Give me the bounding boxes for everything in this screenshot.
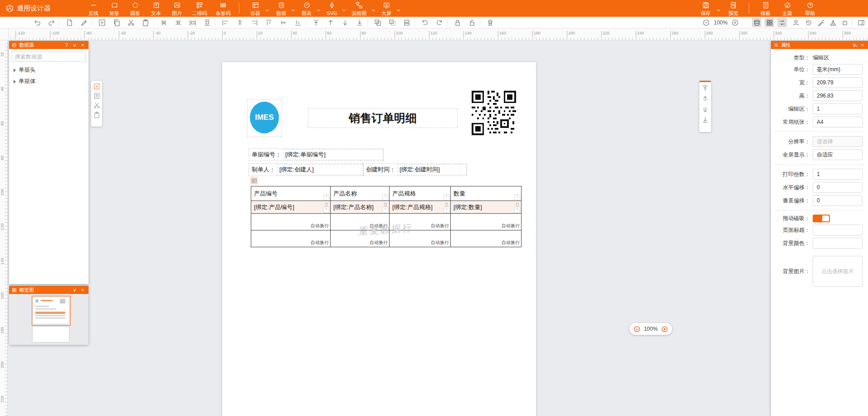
unlock-button[interactable] xyxy=(467,18,477,27)
paste-button[interactable] xyxy=(141,18,150,27)
delete-button[interactable] xyxy=(485,18,495,27)
group-button[interactable] xyxy=(373,18,382,27)
distribute-vertical-button[interactable] xyxy=(159,18,168,27)
container-dropdown-icon[interactable] xyxy=(265,5,269,8)
logo-element[interactable]: IMES xyxy=(247,99,282,137)
cut-icon[interactable] xyxy=(93,102,100,109)
help-button[interactable]: 帮助 xyxy=(805,2,815,16)
overview-collapse-button[interactable]: ∨ xyxy=(72,287,78,293)
empty-cell[interactable]: 自动换行 xyxy=(451,214,521,230)
panel-properties-toggle[interactable] xyxy=(777,18,787,27)
empty-cell[interactable]: 自动换行 xyxy=(251,230,331,247)
resolution-select[interactable]: 请选择 xyxy=(813,136,863,147)
rotate-left-button[interactable] xyxy=(420,18,429,27)
datasource-close-button[interactable]: × xyxy=(80,42,86,48)
preview-button[interactable]: 预览 xyxy=(728,2,738,16)
template-button[interactable]: 模板 xyxy=(761,2,770,16)
paper-select[interactable]: A4 xyxy=(813,117,863,127)
bg-image-picker[interactable]: 点击选择图片 xyxy=(813,256,863,287)
zoom-in-button[interactable] xyxy=(730,18,740,27)
svg-dropdown-icon[interactable] xyxy=(342,5,346,8)
overview-panel-header[interactable]: 概览图 ∨ × xyxy=(9,286,88,294)
page-title-input[interactable] xyxy=(813,225,863,235)
editarea-input[interactable]: 1 xyxy=(813,103,863,114)
save-button[interactable]: 保存 xyxy=(701,2,711,16)
ungroup-button[interactable] xyxy=(387,18,397,27)
chart-dropdown-icon[interactable] xyxy=(317,5,321,8)
add-section-icon[interactable] xyxy=(93,83,100,90)
tool-text[interactable]: 文本 xyxy=(151,2,161,16)
user-button[interactable] xyxy=(791,18,800,27)
space-horizontal-button[interactable] xyxy=(202,18,212,27)
history-button[interactable] xyxy=(804,18,813,27)
ctime-field[interactable]: 创建时间： [绑定:创建时间] xyxy=(363,163,467,176)
panel-overview-toggle[interactable] xyxy=(765,18,774,27)
save-dropdown-icon[interactable] xyxy=(717,5,721,8)
magic-wand-button[interactable] xyxy=(816,18,826,27)
expand-caret-icon[interactable] xyxy=(14,80,16,83)
tool-barcode[interactable]: 条形码 xyxy=(216,2,231,16)
datasource-panel-header[interactable]: 数据源 ? ∨ × xyxy=(9,41,88,49)
distribute-horizontal-button[interactable] xyxy=(173,18,183,27)
drag-snap-toggle[interactable] xyxy=(813,215,830,222)
tool-qrcode[interactable]: 二维码 xyxy=(192,2,207,16)
maker-binding[interactable]: [绑定:创建人] xyxy=(277,164,363,175)
header-cell[interactable]: 数量T xyxy=(451,186,521,201)
tool-container[interactable]: 容器 xyxy=(250,2,260,16)
binding-cell[interactable]: [绑定:数量]T xyxy=(451,201,521,213)
insert-button[interactable] xyxy=(97,18,107,27)
flowchart-dropdown-icon[interactable] xyxy=(371,5,375,8)
bg-color-input[interactable] xyxy=(813,238,863,249)
align-right-button[interactable] xyxy=(249,18,259,27)
layer-order-button[interactable] xyxy=(402,18,411,27)
tree-item-doc-header[interactable]: 单据头 xyxy=(9,64,88,76)
align-bottom-button[interactable] xyxy=(293,18,302,27)
tree-item-doc-body[interactable]: 单据体 xyxy=(9,76,88,87)
move-up-button[interactable] xyxy=(326,18,335,27)
tool-data[interactable]: 数据 xyxy=(276,2,286,16)
move-down-icon[interactable] xyxy=(702,106,709,113)
copy-button[interactable] xyxy=(112,18,121,27)
tool-flowchart[interactable]: 流程图 xyxy=(352,2,367,16)
doc-no-field[interactable]: 单据编号： [绑定:单据编号] xyxy=(249,148,384,161)
align-bottom-edge-icon[interactable] xyxy=(702,116,709,123)
data-dropdown-icon[interactable] xyxy=(291,5,295,8)
doc-no-binding[interactable]: [绑定:单据编号] xyxy=(283,149,383,160)
align-top-button[interactable] xyxy=(264,18,273,27)
binding-cell[interactable]: [绑定:产品名称]T xyxy=(331,201,390,213)
datasource-search-input[interactable] xyxy=(12,52,86,62)
hoffset-input[interactable]: 0 xyxy=(813,182,863,193)
move-down-button[interactable] xyxy=(340,18,350,27)
qr-code-element[interactable] xyxy=(472,91,516,135)
copies-input[interactable]: 1 xyxy=(813,169,863,180)
properties-panel-header[interactable]: 属性 ∨ × xyxy=(771,41,868,49)
bring-to-front-button[interactable] xyxy=(311,18,321,27)
align-left-button[interactable] xyxy=(220,18,230,27)
binding-cell[interactable]: [绑定:产品规格]T xyxy=(390,201,451,213)
zoom-out-button[interactable] xyxy=(701,18,711,27)
overview-thumbnail-area[interactable] xyxy=(9,294,88,345)
empty-cell[interactable]: 自动换行 xyxy=(251,214,331,230)
width-input[interactable]: 209.79 xyxy=(813,77,863,88)
voffset-input[interactable]: 0 xyxy=(813,195,863,206)
format-painter-button[interactable] xyxy=(79,18,88,27)
cut-button[interactable] xyxy=(126,18,136,27)
paste-icon[interactable] xyxy=(93,112,100,118)
tool-bigscreen[interactable]: 大屏 xyxy=(381,2,391,16)
move-up-icon[interactable] xyxy=(702,95,709,103)
empty-cell[interactable]: 自动换行 xyxy=(451,230,521,247)
theme-button[interactable]: 主题 xyxy=(782,2,792,16)
header-cell[interactable]: 产品规格T xyxy=(390,186,451,201)
expand-caret-icon[interactable] xyxy=(14,69,16,72)
delete-column-icon[interactable] xyxy=(383,201,388,206)
tool-line[interactable]: 直线 xyxy=(88,2,98,16)
align-center-h-button[interactable] xyxy=(235,18,244,27)
delete-column-icon[interactable] xyxy=(324,201,329,206)
delete-column-icon[interactable] xyxy=(515,201,520,206)
overview-close-button[interactable]: × xyxy=(80,287,86,293)
bigscreen-dropdown-icon[interactable] xyxy=(396,5,400,8)
debug-button[interactable] xyxy=(840,18,849,27)
tool-rect[interactable]: 矩形 xyxy=(109,2,119,16)
undo-button[interactable] xyxy=(33,18,42,27)
tool-circle[interactable]: 圆形 xyxy=(130,2,140,16)
